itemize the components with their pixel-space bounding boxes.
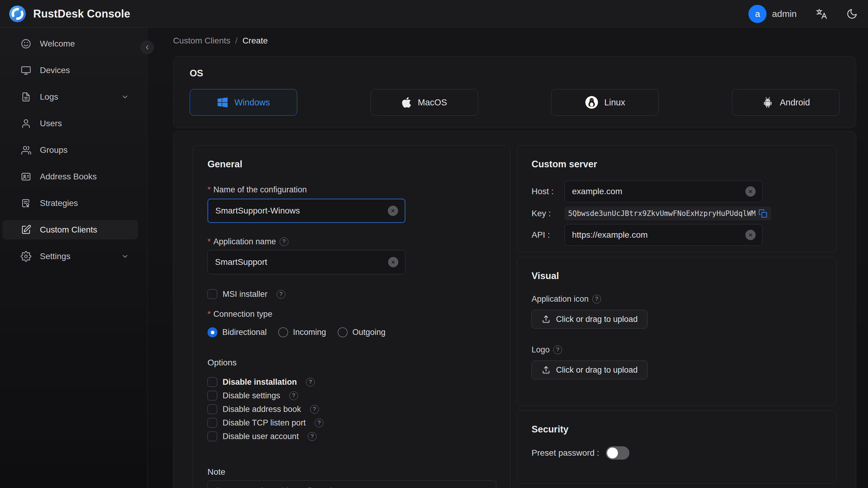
api-input[interactable]	[572, 230, 745, 240]
sidebar-item-devices[interactable]: Devices	[2, 61, 138, 80]
disable-tcp-listen-port-checkbox[interactable]	[208, 418, 217, 428]
os-section: OS Windows	[173, 56, 856, 128]
sidebar-item-address-books[interactable]: Address Books	[2, 167, 138, 186]
required-asterisk: *	[208, 309, 211, 319]
disable-user-account-checkbox[interactable]	[208, 431, 217, 441]
key-value[interactable]: 5Qbwsde3unUcJBtrx9ZkvUmwFNoExHzpryHuPUdq…	[568, 209, 755, 218]
avatar[interactable]: a	[748, 5, 767, 23]
sidebar-item-label: Logs	[40, 92, 58, 102]
help-icon[interactable]: ?	[280, 237, 288, 246]
os-button-label: MacOS	[418, 97, 447, 108]
host-field: ×	[564, 181, 763, 202]
sidebar-item-label: Devices	[40, 65, 70, 75]
clear-input-icon[interactable]: ×	[388, 257, 398, 267]
upload-icon	[541, 365, 551, 374]
logo-upload-button[interactable]: Click or drag to upload	[532, 361, 648, 379]
sidebar-item-label: Strategies	[40, 199, 78, 208]
disable-user-account-row: Disable user account ?	[208, 431, 496, 442]
copy-icon[interactable]	[758, 209, 768, 218]
help-icon[interactable]: ?	[308, 432, 316, 441]
breadcrumb-parent[interactable]: Custom Clients	[173, 36, 230, 45]
header-actions: a admin	[748, 5, 858, 23]
host-input[interactable]	[572, 187, 745, 196]
language-icon[interactable]	[815, 8, 828, 20]
user-icon	[21, 118, 31, 129]
help-icon[interactable]: ?	[289, 391, 298, 400]
breadcrumb-current: Create	[243, 36, 268, 45]
radio-icon	[208, 327, 217, 337]
clear-input-icon[interactable]: ×	[745, 230, 756, 240]
right-column: Custom server Host : × Key : 5Qbwsde3un	[517, 145, 837, 484]
sidebar-item-users[interactable]: Users	[2, 114, 138, 133]
app-title: RustDesk Console	[33, 7, 130, 20]
note-input[interactable]	[208, 481, 496, 488]
disable-address-book-checkbox[interactable]	[208, 404, 217, 414]
radio-bidirectional[interactable]: Bidirectional	[208, 327, 267, 337]
disable-installation-row: Disable installation ?	[208, 376, 496, 388]
upload-button-label: Click or drag to upload	[556, 315, 638, 324]
smiley-icon	[21, 38, 31, 49]
help-icon[interactable]: ?	[310, 405, 319, 414]
required-asterisk: *	[208, 236, 211, 247]
sidebar-item-label: Users	[40, 119, 62, 128]
strategy-document-icon	[21, 198, 31, 209]
radio-icon	[278, 327, 288, 337]
connection-type-label: * Connection type	[208, 309, 496, 319]
options-checkbox-list: Disable installation ? Disable settings …	[208, 376, 496, 442]
help-icon[interactable]: ?	[553, 345, 562, 354]
security-section: Security Preset password :	[517, 410, 837, 484]
application-name-label: * Application name ?	[208, 236, 496, 247]
sidebar-item-groups[interactable]: Groups	[2, 141, 138, 160]
preset-password-toggle[interactable]	[606, 446, 629, 460]
sidebar: Welcome Devices Logs	[0, 28, 147, 488]
os-button-linux[interactable]: Linux	[551, 89, 659, 116]
disable-installation-checkbox[interactable]	[208, 377, 217, 387]
configuration-name-field: ×	[208, 199, 405, 223]
os-button-label: Linux	[604, 97, 625, 108]
breadcrumb: Custom Clients / Create	[173, 35, 856, 46]
api-field: ×	[564, 224, 763, 246]
users-icon	[21, 145, 31, 155]
sidebar-item-label: Welcome	[40, 39, 75, 49]
dark-mode-moon-icon[interactable]	[846, 8, 858, 20]
key-field[interactable]: 5Qbwsde3unUcJBtrx9ZkvUmwFNoExHzpryHuPUdq…	[564, 207, 771, 220]
sidebar-item-welcome[interactable]: Welcome	[2, 34, 138, 54]
shell: Welcome Devices Logs	[0, 28, 868, 488]
os-button-macos[interactable]: MacOS	[371, 89, 478, 116]
sidebar-item-logs[interactable]: Logs	[2, 87, 138, 106]
disable-address-book-row: Disable address book ?	[208, 404, 496, 415]
configuration-name-input[interactable]	[215, 206, 388, 216]
clear-input-icon[interactable]: ×	[388, 206, 398, 216]
application-icon-upload-button[interactable]: Click or drag to upload	[532, 310, 648, 329]
os-button-windows[interactable]: Windows	[190, 89, 297, 116]
clear-input-icon[interactable]: ×	[745, 186, 756, 196]
application-name-field: ×	[208, 250, 405, 274]
brand: RustDesk Console	[8, 5, 130, 23]
sidebar-collapse-button[interactable]	[140, 40, 154, 54]
os-button-android[interactable]: Android	[732, 89, 840, 116]
os-button-label: Windows	[235, 97, 270, 108]
security-title: Security	[532, 423, 822, 435]
apple-logo-icon	[401, 96, 412, 109]
sidebar-item-strategies[interactable]: Strategies	[2, 193, 138, 213]
visual-title: Visual	[532, 270, 822, 282]
sidebar-item-custom-clients[interactable]: Custom Clients	[2, 220, 138, 240]
disable-settings-checkbox[interactable]	[208, 391, 217, 400]
radio-incoming[interactable]: Incoming	[278, 327, 326, 337]
breadcrumb-separator: /	[235, 36, 238, 45]
help-icon[interactable]: ?	[315, 419, 323, 427]
sidebar-item-settings[interactable]: Settings	[2, 247, 138, 266]
help-icon[interactable]: ?	[306, 378, 315, 387]
host-label: Host :	[532, 187, 564, 196]
msi-installer-checkbox[interactable]	[208, 289, 217, 299]
username[interactable]: admin	[772, 9, 797, 19]
help-icon[interactable]: ?	[277, 290, 285, 299]
application-icon-label: Application icon ?	[532, 294, 822, 304]
application-name-input[interactable]	[215, 257, 388, 267]
form-panel: General * Name of the configuration × * …	[173, 131, 856, 488]
radio-outgoing[interactable]: Outgoing	[338, 327, 386, 337]
connection-type-radio-group: Bidirectional Incoming Outgoing	[208, 327, 496, 337]
help-icon[interactable]: ?	[592, 295, 601, 304]
custom-server-title: Custom server	[532, 158, 822, 170]
os-button-label: Android	[780, 97, 810, 108]
